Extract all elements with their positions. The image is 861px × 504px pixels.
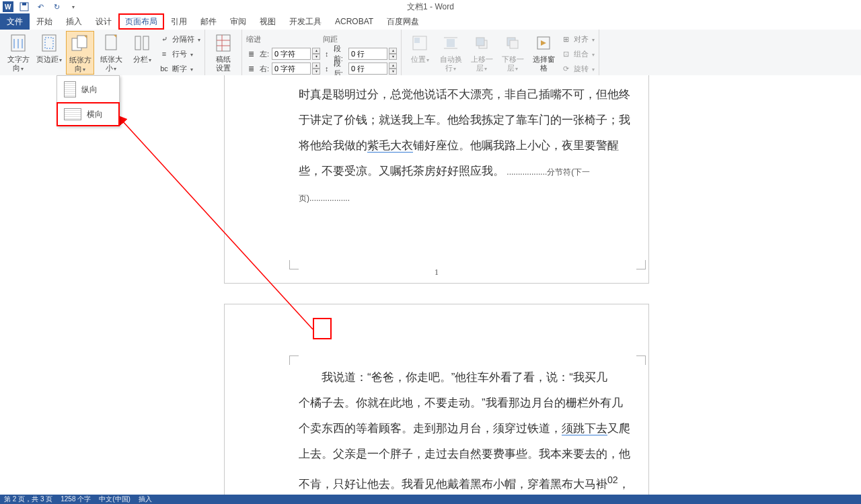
space-before-input[interactable] [348, 48, 387, 60]
page2-text[interactable]: 我说道：“爸爸，你走吧。”他往车外看了看，说：“我买几 个橘子去。你就在此地，不… [299, 365, 640, 495]
svg-rect-13 [106, 35, 116, 50]
status-lang[interactable]: 中文(中国) [99, 495, 130, 504]
wrap-icon [440, 32, 461, 54]
manuscript-button[interactable]: 稿纸 设置 [209, 31, 237, 73]
hyphenation-button[interactable]: bc断字 [159, 62, 200, 75]
svg-marker-14 [114, 35, 116, 38]
indent-header: 缩进 [246, 32, 320, 46]
svg-marker-31 [541, 40, 546, 46]
landscape-icon [64, 108, 81, 120]
align-icon: ⊞ [560, 34, 571, 44]
tab-view[interactable]: 视图 [253, 13, 283, 30]
margins-label: 页边距 [36, 55, 62, 65]
columns-button[interactable]: 分栏 [128, 31, 156, 65]
spin-down[interactable]: ▾ [312, 69, 320, 75]
svg-rect-11 [77, 36, 87, 48]
portrait-icon [64, 81, 76, 97]
tab-page-layout[interactable]: 页面布局 [118, 13, 164, 30]
window-title: 文档1 - Word [407, 1, 454, 13]
spin-down[interactable]: ▾ [389, 54, 397, 60]
svg-rect-16 [143, 36, 149, 50]
tab-mailings[interactable]: 邮件 [194, 13, 223, 30]
tab-review[interactable]: 审阅 [223, 13, 253, 30]
tab-developer[interactable]: 开发工具 [283, 13, 328, 30]
position-icon [409, 32, 430, 54]
breaks-button[interactable]: ⤶分隔符 [159, 32, 200, 46]
manuscript-icon [213, 32, 234, 54]
status-mode[interactable]: 插入 [139, 495, 152, 504]
space-after-icon: ↕ [323, 63, 331, 74]
rotate-icon: ⟳ [560, 63, 571, 74]
backward-icon [502, 32, 523, 54]
wrap-button[interactable]: 自动换行 [437, 31, 465, 73]
spin-up[interactable]: ▴ [312, 62, 320, 69]
spin-up[interactable]: ▴ [389, 48, 397, 54]
save-icon[interactable] [19, 1, 30, 12]
text-direction-icon [7, 32, 29, 54]
selection-pane-button[interactable]: 选择窗格 [529, 31, 558, 73]
spin-up[interactable]: ▴ [389, 62, 397, 69]
tab-design[interactable]: 设计 [89, 13, 118, 30]
undo-icon[interactable]: ↶ [35, 1, 46, 12]
align-button[interactable]: ⊞对齐 [560, 32, 595, 46]
size-icon [100, 32, 122, 54]
columns-icon [131, 32, 153, 54]
annotation-redbox-cursor [313, 318, 332, 339]
svg-rect-15 [135, 36, 141, 50]
group-button[interactable]: ⊡组合 [560, 47, 595, 60]
tab-home[interactable]: 开始 [30, 13, 59, 30]
page-number: 1 [435, 267, 439, 278]
orientation-label: 纸张方向 [67, 56, 93, 74]
text-direction-label: 文字方向 [4, 55, 32, 73]
status-page[interactable]: 第 2 页，共 3 页 [4, 495, 52, 504]
group-icon: ⊡ [560, 48, 571, 59]
orientation-dropdown: 纵向 横向 [57, 75, 120, 126]
tab-acrobat[interactable]: ACROBAT [328, 13, 380, 30]
tab-references[interactable]: 引用 [164, 13, 194, 30]
orientation-button[interactable]: 纸张方向 [66, 31, 94, 75]
ribbon-tabs: 文件 开始 插入 设计 页面布局 引用 邮件 审阅 视图 开发工具 ACROBA… [0, 13, 861, 30]
linenum-icon: ≡ [159, 48, 170, 59]
line-numbers-button[interactable]: ≡行号 [159, 47, 200, 60]
orientation-portrait[interactable]: 纵向 [57, 76, 119, 103]
page-1: 时真是聪明过分，总觉他说话不大漂亮，非自己插嘴不可，但他终 于讲定了价钱；就送我… [224, 75, 649, 284]
spin-up[interactable]: ▴ [312, 48, 320, 54]
svg-rect-22 [414, 38, 420, 43]
portrait-label: 纵向 [81, 84, 98, 95]
svg-rect-3 [22, 3, 26, 5]
landscape-label: 横向 [87, 109, 103, 120]
tab-file[interactable]: 文件 [0, 13, 30, 30]
redo-icon[interactable]: ↻ [51, 1, 62, 12]
orientation-landscape[interactable]: 横向 [57, 103, 119, 126]
rotate-button[interactable]: ⟳旋转 [560, 62, 595, 75]
text-direction-button[interactable]: 文字方向 [4, 31, 32, 73]
breaks-icon: ⤶ [159, 34, 170, 44]
manuscript-label: 稿纸 设置 [216, 55, 231, 73]
document-area[interactable]: 时真是聪明过分，总觉他说话不大漂亮，非自己插嘴不可，但他终 于讲定了价钱；就送我… [0, 75, 861, 495]
page1-text[interactable]: 时真是聪明过分，总觉他说话不大漂亮，非自己插嘴不可，但他终 于讲定了价钱；就送我… [299, 82, 640, 211]
forward-icon [471, 32, 492, 54]
indent-right-input[interactable] [272, 62, 311, 75]
status-words[interactable]: 1258 个字 [61, 495, 91, 504]
status-bar: 第 2 页，共 3 页 1258 个字 中文(中国) 插入 [0, 495, 861, 504]
bring-forward-button[interactable]: 上移一层 [467, 31, 496, 73]
word-icon: W [3, 1, 13, 12]
svg-rect-9 [45, 38, 53, 48]
tab-insert[interactable]: 插入 [59, 13, 89, 30]
size-button[interactable]: 纸张大小 [97, 31, 125, 73]
indent-left-input[interactable] [272, 48, 311, 60]
space-after-input[interactable] [348, 62, 387, 75]
selpane-icon [533, 32, 554, 54]
indent-right-icon: ≣ [246, 63, 257, 74]
svg-rect-27 [476, 38, 484, 46]
margins-button[interactable]: 页边距 [35, 31, 63, 65]
svg-rect-17 [217, 35, 230, 51]
position-button[interactable]: 位置 [406, 31, 434, 65]
send-backward-button[interactable]: 下移一层 [498, 31, 527, 73]
tab-baidu[interactable]: 百度网盘 [380, 13, 426, 30]
spin-down[interactable]: ▾ [312, 54, 320, 60]
space-before-icon: ↕ [323, 48, 331, 59]
qat-more-icon[interactable] [67, 1, 78, 12]
spin-down[interactable]: ▾ [389, 69, 397, 75]
margins-icon [38, 32, 60, 54]
